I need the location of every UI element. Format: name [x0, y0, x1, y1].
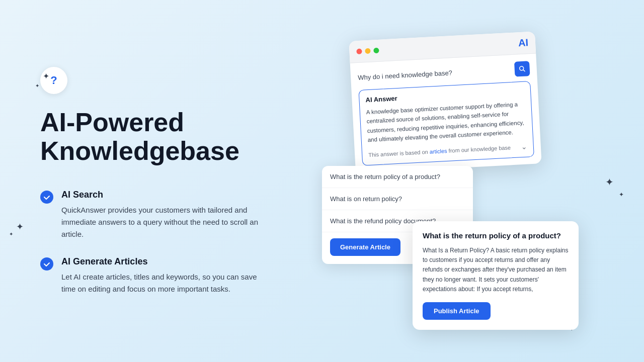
ai-answer-box: AI Answer A knowledge base optimizer cus…	[358, 81, 534, 165]
suggestion-item-1[interactable]: What is the return policy of a product?	[322, 166, 473, 188]
sparkle-decoration-3: ✦	[16, 221, 24, 232]
feature-ai-search-desc: QuickAnswer provides your customers with…	[61, 204, 263, 240]
right-section: AI AI Answer A knowledge base optimizer …	[292, 0, 644, 362]
svg-point-0	[519, 66, 523, 70]
chevron-down-icon[interactable]: ⌄	[521, 142, 527, 151]
main-title: AI-Powered Knowledgebase	[40, 108, 312, 165]
feature-list: AI Search QuickAnswer provides your cust…	[40, 190, 312, 295]
ai-answer-footer-text: This answer is based on articles from ou…	[368, 144, 511, 158]
feature-ai-generate-title: AI Generate Articles	[61, 256, 263, 267]
question-icon: ?	[50, 74, 57, 87]
window-ai-label: AI	[518, 37, 528, 49]
left-section: ? AI-Powered Knowledgebase AI Search Qui…	[40, 0, 312, 362]
window-dot-yellow	[365, 48, 371, 54]
sparkle-decoration-4: ✦	[9, 231, 13, 237]
check-icon-ai-search	[40, 191, 53, 204]
article-body: What Is a Return Policy? A basic return …	[423, 246, 569, 294]
question-icon-container: ?	[40, 67, 67, 94]
search-input[interactable]	[358, 66, 511, 81]
window-dot-green	[373, 48, 379, 54]
article-title: What is the return policy of a product?	[423, 231, 569, 240]
feature-ai-search-title: AI Search	[61, 190, 263, 200]
window-dot-red	[356, 49, 362, 55]
ai-answer-text: A knowledge base optimizer customer supp…	[366, 100, 526, 145]
feature-ai-generate-desc: Let AI create articles, titles and keywo…	[61, 271, 263, 295]
generate-article-button[interactable]: Generate Article	[330, 238, 400, 256]
feature-ai-search: AI Search QuickAnswer provides your cust…	[40, 190, 312, 240]
suggestion-item-2[interactable]: What is on return policy?	[322, 188, 473, 210]
ai-answer-link[interactable]: articles	[429, 148, 447, 155]
sparkle-decoration-2: ✦	[35, 83, 39, 88]
search-button[interactable]	[514, 61, 530, 77]
publish-article-button[interactable]: Publish Article	[423, 302, 491, 320]
feature-ai-generate: AI Generate Articles Let AI create artic…	[40, 256, 312, 295]
check-icon-ai-generate	[40, 257, 53, 270]
ai-search-window: AI AI Answer A knowledge base optimizer …	[349, 31, 541, 173]
article-preview-card: What is the return policy of a product? …	[413, 221, 579, 330]
ai-answer-footer: This answer is based on articles from ou…	[368, 142, 527, 159]
